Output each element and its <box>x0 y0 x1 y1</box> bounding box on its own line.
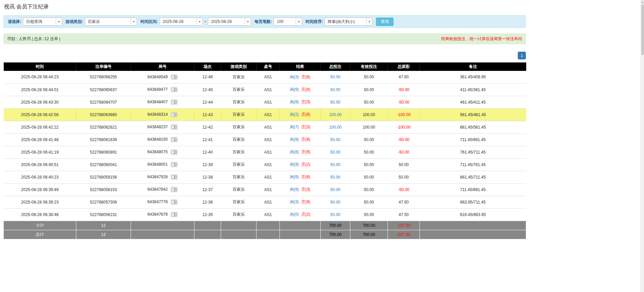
table-row: 2025-08-28 06:44:01 522768065637 6438484… <box>4 83 526 96</box>
table-row: 2025-08-28 06:39:23 522768057306 6438477… <box>4 196 526 208</box>
query-type-select[interactable]: 日期查询 ▼ <box>23 18 62 26</box>
cell-result: 闲(0) 庄(2) <box>280 208 321 221</box>
cell-session: 12-35 <box>194 208 221 221</box>
total-bet-link[interactable]: 50.00 <box>330 175 340 180</box>
total-bet-link[interactable]: 50.00 <box>330 137 340 142</box>
footer-cell-empty <box>131 221 194 230</box>
view-cards-icon[interactable] <box>171 175 178 180</box>
chevron-down-icon[interactable]: ▼ <box>131 18 137 25</box>
cell-valid-bet: 100.00 <box>350 121 388 133</box>
result-banker: 庄(6) <box>301 175 311 179</box>
result-banker: 庄(8) <box>301 87 311 92</box>
footer-cell-empty <box>420 230 526 239</box>
view-cards-icon[interactable] <box>171 150 178 155</box>
cell-game-type: 百家乐 <box>221 208 257 221</box>
footer-cell-empty <box>257 221 280 230</box>
view-cards-icon[interactable] <box>171 100 178 105</box>
view-cards-icon[interactable] <box>171 200 178 205</box>
total-bet-link[interactable]: 50.00 <box>330 87 340 92</box>
total-bet-link[interactable]: 50.00 <box>330 100 340 105</box>
cell-total-bet: 100.00 <box>321 121 350 133</box>
view-cards-icon[interactable] <box>171 137 178 142</box>
date-from-input[interactable]: 2025-08-28 ▼ <box>160 18 203 26</box>
cell-bet-id: 522768056231 <box>76 208 131 221</box>
total-bet-link[interactable]: 100.00 <box>329 125 342 130</box>
cell-time: 2025-08-28 06:43:30 <box>4 96 76 108</box>
cell-result: 闲(9) 庄(3) <box>280 96 321 108</box>
cell-time: 2025-08-28 06:42:22 <box>4 121 76 133</box>
round-id-text: 643848150 <box>147 137 168 142</box>
page-title: 视讯 会员下注纪录 <box>4 3 526 10</box>
cell-game-type: 百家乐 <box>221 171 257 183</box>
view-cards-icon[interactable] <box>171 125 178 130</box>
table-row: 2025-08-28 06:38:46 522768056231 6438476… <box>4 208 526 221</box>
total-bet-link[interactable]: 100.00 <box>329 112 342 117</box>
chevron-down-icon[interactable]: ▼ <box>245 18 251 25</box>
page-button-1[interactable]: 1 <box>518 52 526 59</box>
cell-table-no: AS1 <box>257 108 280 121</box>
cell-session: 12-37 <box>194 183 221 196</box>
cell-game-type: 百家乐 <box>221 108 257 121</box>
total-bet-link[interactable]: 50.00 <box>330 162 340 167</box>
cell-valid-bet: 50.00 <box>350 196 388 208</box>
cell-table-no: AS1 <box>257 133 280 146</box>
view-cards-icon[interactable] <box>171 162 178 167</box>
cell-time: 2025-08-28 06:41:48 <box>4 133 76 146</box>
result-banker: 庄(9) <box>301 200 311 204</box>
cell-session: 12-45 <box>194 83 221 96</box>
scrollbar[interactable]: ▲ <box>641 0 644 292</box>
cell-table-no: AS1 <box>257 171 280 183</box>
chevron-down-icon[interactable]: ▼ <box>196 18 203 25</box>
scrollbar-thumb[interactable] <box>641 4 644 55</box>
cell-bet-id: 522768059156 <box>76 171 131 183</box>
cell-table-no: AS1 <box>257 71 280 83</box>
cell-time: 2025-08-28 06:41:19 <box>4 146 76 158</box>
page-size-select[interactable]: 100 ▼ <box>274 18 302 26</box>
scroll-up-arrow[interactable]: ▲ <box>641 0 644 4</box>
footer-cell-empty <box>194 221 221 230</box>
cell-round-id: 643848407 <box>131 96 194 108</box>
cell-remark: 711.45/661.45 <box>420 183 526 196</box>
table-row: 2025-08-28 06:42:56 522768063660 6438483… <box>4 108 526 121</box>
total-bet-link[interactable]: 50.00 <box>330 150 340 155</box>
cell-game-type: 百家乐 <box>221 96 257 108</box>
total-bet-link[interactable]: 50.00 <box>330 212 340 217</box>
view-cards-icon[interactable] <box>171 187 178 192</box>
result-player: 闲(8) <box>290 150 299 154</box>
date-to-input[interactable]: 2025-08-28 ▼ <box>208 18 251 26</box>
cell-result: 闲(3) 庄(9) <box>280 196 321 208</box>
cell-result: 闲(8) 庄(9) <box>280 146 321 158</box>
bet-table: 时间 注单编号 局号 场次 游戏类别 桌号 结果 总投注 有效投注 总派彩 备注… <box>3 62 526 239</box>
view-cards-icon[interactable] <box>171 87 178 92</box>
chevron-down-icon[interactable]: ▼ <box>56 18 62 25</box>
round-id-text: 643847842 <box>147 187 168 192</box>
chevron-down-icon[interactable]: ▼ <box>366 18 372 25</box>
round-id-text: 643848314 <box>147 112 168 117</box>
chevron-down-icon[interactable]: ▼ <box>296 18 302 25</box>
result-player: 闲(8) <box>290 137 299 142</box>
view-cards-icon[interactable] <box>171 75 178 80</box>
view-cards-icon[interactable] <box>171 112 178 117</box>
total-bet-link[interactable]: 50.00 <box>330 200 340 205</box>
cell-time: 2025-08-28 06:44:23 <box>4 71 76 83</box>
game-type-select[interactable]: 百家乐 ▼ <box>85 18 137 26</box>
sort-select[interactable]: 降幂(由大到小) ▼ <box>325 18 373 26</box>
footer-count: 12 <box>76 230 131 239</box>
cell-valid-bet: 50.00 <box>350 208 388 221</box>
cell-table-no: AS1 <box>257 196 280 208</box>
cell-session: 12-38 <box>194 171 221 183</box>
cell-game-type: 百家乐 <box>221 83 257 96</box>
total-bet-link[interactable]: 50.00 <box>330 187 340 192</box>
page: 视讯 会员下注纪录 请选择: 日期查询 ▼ 游戏类别: 百家乐 ▼ 时间区间: … <box>3 3 526 239</box>
total-bet-link[interactable]: 50.00 <box>330 75 340 79</box>
cell-session: 12-42 <box>194 121 221 133</box>
page-size-value: 100 <box>274 19 296 24</box>
footer-cell-empty <box>194 230 221 239</box>
result-player: 闲(3) <box>290 200 299 204</box>
cell-round-id: 643848477 <box>131 83 194 96</box>
search-button[interactable]: 查询 <box>376 18 394 26</box>
view-cards-icon[interactable] <box>171 212 178 217</box>
sort-label: 时间排序: <box>305 19 323 25</box>
summary-info: 币别 : 人民币 | 总共 :12 注单 | <box>7 36 60 42</box>
col-header-session: 场次 <box>194 62 221 71</box>
